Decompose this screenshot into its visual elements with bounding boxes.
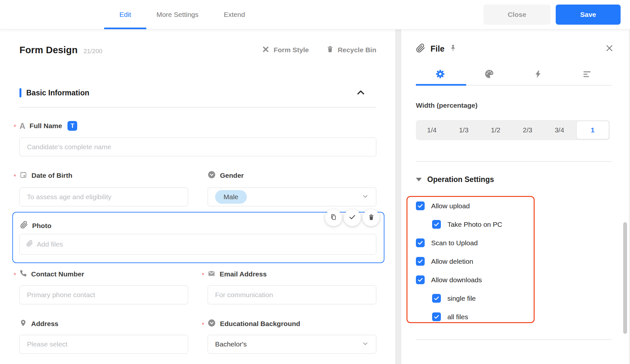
pin-icon[interactable]: [449, 44, 457, 54]
checkbox-checked[interactable]: [416, 201, 425, 210]
recycle-bin-button[interactable]: Recycle Bin: [326, 45, 376, 55]
checkbox-label: Scan to Upload: [431, 239, 478, 247]
tab-settings[interactable]: [416, 65, 465, 84]
chevron-up-icon[interactable]: [356, 88, 366, 99]
gender-value-pill: Male: [215, 190, 247, 204]
close-icon[interactable]: [605, 44, 614, 54]
calendar-icon: [19, 171, 27, 180]
panel-header: File: [416, 41, 614, 56]
education-select[interactable]: Bachelor's: [208, 335, 376, 354]
width-option-1-2[interactable]: 1/2: [480, 120, 512, 140]
checkbox-allow-downloads[interactable]: Allow downloads: [416, 271, 533, 289]
field-settings-panel: File: [401, 29, 630, 364]
paperclip-icon: [26, 240, 33, 249]
tab-extend[interactable]: Extend: [224, 0, 245, 29]
tab-edit[interactable]: Edit: [119, 0, 131, 29]
checkbox-take-photo-on-pc[interactable]: Take Photo on PC: [416, 215, 533, 234]
panel-divider: [416, 339, 612, 340]
copy-field-button[interactable]: [325, 209, 342, 226]
photo-field-selected[interactable]: Photo Add files: [12, 212, 384, 263]
required-asterisk: *: [14, 123, 16, 131]
tab-events[interactable]: [514, 65, 563, 84]
save-button[interactable]: Save: [556, 5, 621, 25]
width-option-3-4[interactable]: 3/4: [543, 120, 575, 140]
form-builder-app: Edit More Settings Extend Close Save For…: [0, 0, 630, 364]
form-style-icon: [262, 45, 270, 55]
circle-dropdown-icon: [208, 171, 216, 180]
operation-settings-title: Operation Settings: [427, 175, 494, 184]
canvas-header: Form Design 21/200 Form Style Recycle Bi…: [19, 41, 376, 59]
confirm-field-button[interactable]: [344, 209, 361, 226]
width-option-1[interactable]: 1: [577, 121, 609, 139]
checkbox-all-files[interactable]: all files: [416, 308, 533, 326]
gender-select[interactable]: Male: [208, 188, 376, 206]
contact-input[interactable]: Primary phone contact: [19, 285, 188, 304]
topbar-actions: Close Save: [483, 5, 621, 25]
email-label: Email Address: [220, 270, 267, 278]
top-tabs: Edit More Settings Extend: [119, 0, 245, 29]
check-icon: [348, 213, 356, 222]
checkbox-checked[interactable]: [432, 312, 441, 321]
tab-advanced[interactable]: [563, 65, 612, 84]
active-tab-underline: [416, 84, 466, 86]
canvas-actions: Form Style Recycle Bin: [262, 45, 376, 55]
form-style-label: Form Style: [273, 46, 309, 54]
checkbox-label: Allow upload: [431, 202, 470, 210]
width-segmented-control: 1/4 1/3 1/2 2/3 3/4 1: [416, 120, 610, 140]
required-asterisk: *: [202, 272, 204, 279]
gender-label: Gender: [220, 172, 244, 179]
recycle-bin-label: Recycle Bin: [338, 46, 376, 54]
chevron-down-icon: [362, 193, 369, 201]
delete-field-button[interactable]: [363, 209, 380, 226]
contact-label: Contact Number: [31, 270, 84, 278]
copy-icon: [330, 213, 337, 222]
circle-dropdown-icon: [208, 319, 216, 329]
checkbox-label: all files: [447, 313, 468, 321]
section-basic-information: Basic Information: [19, 87, 376, 99]
text-a-icon: A: [19, 121, 25, 131]
photo-placeholder: Add files: [37, 240, 63, 248]
address-select[interactable]: Please select: [19, 335, 188, 354]
checkbox-checked[interactable]: [416, 238, 425, 247]
operation-settings-header[interactable]: Operation Settings: [416, 174, 494, 185]
checkbox-checked[interactable]: [416, 275, 425, 284]
checkbox-scan-to-upload[interactable]: Scan to Upload: [416, 234, 533, 252]
address-label-row: Address: [19, 318, 58, 329]
photo-upload-input[interactable]: Add files: [19, 234, 376, 255]
email-placeholder: For communication: [215, 291, 273, 299]
top-bar: Edit More Settings Extend Close Save: [0, 0, 630, 29]
photo-label-row: Photo: [20, 221, 51, 230]
checkbox-checked[interactable]: [432, 294, 441, 303]
checkbox-single-file[interactable]: single file: [416, 289, 533, 308]
tab-more-settings[interactable]: More Settings: [156, 0, 199, 29]
full-name-label: Full Name: [30, 122, 62, 130]
location-pin-icon: [19, 319, 27, 328]
panel-scrollbar[interactable]: [623, 222, 627, 334]
form-style-button[interactable]: Form Style: [262, 45, 309, 55]
width-option-2-3[interactable]: 2/3: [512, 120, 543, 140]
required-asterisk: *: [14, 173, 16, 180]
checkbox-checked[interactable]: [432, 220, 441, 229]
checkbox-label: Allow deletion: [431, 258, 473, 265]
required-asterisk: *: [202, 321, 204, 329]
width-option-1-4[interactable]: 1/4: [416, 120, 448, 140]
close-button[interactable]: Close: [483, 5, 551, 25]
checkbox-allow-upload[interactable]: Allow upload: [416, 197, 533, 215]
checkbox-checked[interactable]: [416, 257, 425, 266]
width-option-1-3[interactable]: 1/3: [448, 120, 479, 140]
address-label: Address: [31, 320, 58, 328]
envelope-icon: [208, 270, 215, 279]
dob-label: Date of Birth: [31, 172, 72, 179]
dob-label-row: * Date of Birth: [19, 170, 72, 181]
checkbox-label: Allow downloads: [431, 276, 482, 284]
full-name-input[interactable]: Candidate's complete name: [19, 138, 376, 156]
gear-icon: [435, 69, 445, 80]
tab-style[interactable]: [465, 65, 514, 84]
dob-input[interactable]: To assess age and eligibility: [19, 188, 188, 206]
tab-extend-label: Extend: [224, 11, 245, 18]
checkbox-allow-deletion[interactable]: Allow deletion: [416, 252, 533, 271]
contact-label-row: * Contact Number: [19, 269, 84, 280]
email-input[interactable]: For communication: [208, 285, 376, 304]
education-label-row: * Educational Background: [208, 318, 300, 329]
trash-icon: [326, 45, 334, 55]
